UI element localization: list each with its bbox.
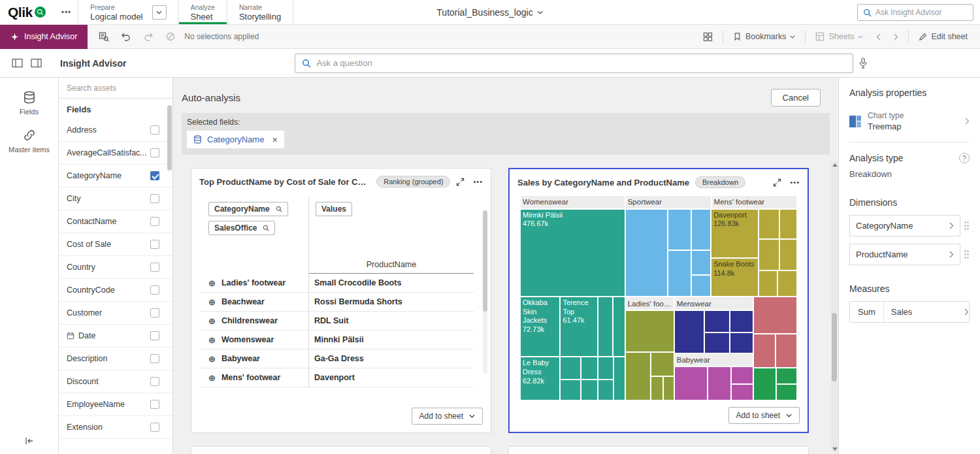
pivot-category-cell[interactable]: ⊕Mens' footwear: [201, 368, 309, 387]
treemap-cell[interactable]: [625, 310, 674, 351]
treemap-cell[interactable]: [560, 380, 581, 400]
ask-insight-advisor-input[interactable]: [875, 8, 968, 17]
treemap-cell[interactable]: Minnki Pälsii476.67k: [520, 209, 625, 297]
field-checkbox[interactable]: [150, 354, 159, 363]
prepare-dropdown-button[interactable]: [152, 5, 167, 20]
pivot-category-cell[interactable]: ⊕Womenswear: [201, 331, 309, 349]
cancel-button[interactable]: Cancel: [771, 89, 821, 106]
treemap-cell[interactable]: [777, 270, 797, 297]
dimension-item[interactable]: ProductName: [849, 244, 960, 265]
field-row[interactable]: Customer: [59, 302, 172, 325]
expand-icon[interactable]: [773, 178, 781, 187]
pivot-product-cell[interactable]: Small Crocodile Boots: [309, 274, 474, 293]
treemap-cell[interactable]: [598, 380, 613, 400]
tab-analyze[interactable]: Analyze Sheet: [191, 3, 215, 22]
expand-plus-icon[interactable]: ⊕: [208, 373, 216, 383]
rail-item-master-items[interactable]: Master items: [0, 122, 58, 160]
tab-narrate[interactable]: Narrate Storytelling: [239, 3, 281, 22]
field-row[interactable]: AverageCallSatisfac...: [59, 142, 172, 165]
field-checkbox[interactable]: [150, 263, 159, 272]
treemap-cell[interactable]: Okkaba Skin Jackets72.73k: [520, 297, 560, 357]
expand-icon[interactable]: [456, 178, 465, 186]
treemap-cell[interactable]: [759, 209, 780, 239]
treemap-group-header[interactable]: Menswear: [674, 297, 753, 311]
clear-selections-button[interactable]: [159, 31, 182, 42]
tab-prepare[interactable]: Prepare Logical model: [90, 3, 142, 22]
treemap-cell[interactable]: [731, 384, 753, 400]
pivot-product-cell[interactable]: Ga-Ga Dress: [309, 349, 474, 368]
treemap-cell[interactable]: [753, 334, 776, 368]
assets-scrollbar[interactable]: [167, 100, 172, 454]
treemap-cell[interactable]: [779, 239, 797, 270]
field-row[interactable]: Extension: [59, 416, 172, 439]
field-row[interactable]: Description: [59, 348, 172, 370]
edit-sheet-button[interactable]: Edit sheet: [913, 29, 973, 44]
treemap-chart-card[interactable]: Sales by CategoryName and ProductName Br…: [508, 168, 809, 433]
treemap-cell[interactable]: [598, 297, 613, 357]
field-row[interactable]: CountryCode: [59, 279, 172, 302]
expand-plus-icon[interactable]: ⊕: [208, 335, 216, 345]
treemap-cell[interactable]: [613, 297, 625, 357]
sheets-dropdown[interactable]: Sheets: [809, 29, 869, 44]
treemap-cell[interactable]: [704, 310, 730, 332]
treemap-cell[interactable]: [613, 357, 625, 400]
pivot-product-cell[interactable]: Minnki Pälsii: [309, 331, 474, 349]
card-menu-icon[interactable]: •••: [790, 178, 800, 186]
qlik-logo[interactable]: Qlik: [0, 0, 55, 24]
bookmarks-dropdown[interactable]: Bookmarks: [727, 29, 802, 44]
field-checkbox[interactable]: [150, 377, 159, 386]
treemap-cell[interactable]: [651, 352, 674, 376]
treemap-cell[interactable]: [581, 357, 598, 380]
rail-item-fields[interactable]: Fields: [0, 84, 58, 122]
pivot-product-cell[interactable]: Rossi Bermuda Shorts: [309, 293, 474, 312]
treemap-cell[interactable]: Terence Top61.47k: [560, 297, 598, 357]
help-icon[interactable]: ?: [959, 153, 970, 163]
previous-sheet-button[interactable]: [870, 29, 887, 44]
treemap-cell[interactable]: [776, 334, 797, 368]
treemap-cell[interactable]: [651, 376, 663, 400]
treemap-cell[interactable]: [581, 380, 598, 400]
ask-insight-advisor-search[interactable]: [857, 4, 973, 21]
remove-field-icon[interactable]: ×: [272, 135, 277, 145]
treemap-cell[interactable]: [776, 368, 797, 384]
treemap-cell[interactable]: Le Baby Dress62.82k: [520, 357, 560, 400]
insight-advisor-button[interactable]: Insight Advisor: [0, 25, 88, 49]
treemap-cell[interactable]: [753, 368, 777, 400]
app-objects-button[interactable]: [697, 29, 719, 44]
field-row[interactable]: ContactName: [59, 210, 172, 233]
treemap-cell[interactable]: [753, 297, 797, 334]
treemap-cell[interactable]: [598, 357, 613, 380]
pivot-category-cell[interactable]: ⊕Childrenswear: [201, 312, 309, 331]
field-checkbox[interactable]: [150, 308, 159, 317]
treemap-cell[interactable]: [560, 357, 581, 380]
treemap-cell[interactable]: [704, 332, 730, 353]
expand-plus-icon[interactable]: ⊕: [208, 354, 216, 364]
treemap-cell[interactable]: [708, 366, 731, 400]
treemap-cell[interactable]: [779, 209, 797, 239]
treemap-group-header[interactable]: Ladies' foo…: [625, 297, 674, 311]
search-assets-input[interactable]: [59, 78, 172, 99]
add-to-sheet-button[interactable]: Add to sheet: [728, 407, 800, 424]
field-checkbox[interactable]: [150, 171, 159, 180]
treemap-cell[interactable]: [663, 376, 674, 400]
measure-item[interactable]: SumSales: [849, 301, 970, 323]
pivot-dim-categoryname-button[interactable]: CategoryName: [208, 202, 288, 216]
treemap-cell[interactable]: [730, 332, 753, 353]
toggle-split-view-button[interactable]: [27, 58, 46, 68]
field-row[interactable]: EmployeeName: [59, 393, 172, 416]
scrollbar-thumb[interactable]: [167, 105, 172, 170]
treemap-group-header[interactable]: Sportwear: [625, 195, 711, 209]
treemap-cell[interactable]: [668, 209, 691, 250]
field-checkbox[interactable]: [150, 331, 159, 340]
pivot-category-cell[interactable]: ⊕Beachwear: [201, 293, 309, 312]
expand-plus-icon[interactable]: ⊕: [208, 278, 216, 288]
collapse-panel-button[interactable]: [24, 436, 35, 446]
next-sheet-button[interactable]: [888, 29, 904, 44]
field-row[interactable]: CategoryName: [59, 165, 172, 187]
treemap-group-header[interactable]: Babywear: [674, 353, 753, 366]
selected-field-chip[interactable]: CategoryName ×: [187, 131, 284, 148]
selections-tool-button[interactable]: [93, 31, 115, 42]
field-checkbox[interactable]: [150, 400, 159, 409]
pivot-values-button[interactable]: Values: [316, 202, 352, 216]
treemap-cell[interactable]: [691, 275, 711, 297]
